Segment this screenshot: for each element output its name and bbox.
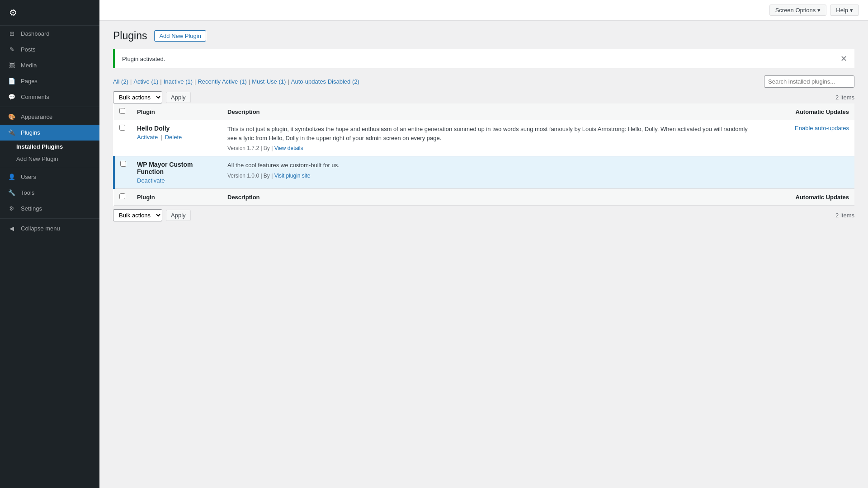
wp-logo-icon: ⚙ — [9, 7, 17, 18]
filter-all[interactable]: All (2) — [113, 78, 128, 85]
visit-plugin-site-wp-mayor-link[interactable]: Visit plugin site — [274, 173, 311, 179]
td-auto-updates-wp-mayor — [764, 156, 854, 189]
posts-icon: ✎ — [7, 46, 16, 53]
add-new-plugin-button[interactable]: Add New Plugin — [154, 30, 206, 42]
plugin-activated-notice: Plugin activated. ✕ — [113, 49, 854, 68]
plugin-actions-wp-mayor: Deactivate — [137, 177, 217, 184]
sidebar-sub-add-new-plugin[interactable]: Add New Plugin — [16, 153, 99, 165]
td-checkbox-wp-mayor — [114, 156, 132, 189]
sidebar-item-posts[interactable]: ✎ Posts — [0, 42, 99, 57]
content-area: Plugins Add New Plugin Plugin activated.… — [99, 21, 868, 488]
apply-button-top[interactable]: Apply — [166, 92, 191, 103]
sidebar-item-comments[interactable]: 💬 Comments — [0, 89, 99, 105]
bulk-actions-select-top[interactable]: Bulk actions — [113, 91, 162, 103]
sidebar-item-pages[interactable]: 📄 Pages — [0, 73, 99, 89]
th-footer-auto-updates: Automatic Updates — [764, 189, 854, 206]
toolbar-top: Bulk actions Apply 2 items — [113, 91, 854, 103]
filter-sep-2: | — [160, 78, 161, 85]
dashboard-icon: ⊞ — [7, 30, 16, 37]
search-plugins-input[interactable] — [764, 75, 854, 88]
plugin-desc-hello-dolly: This is not just a plugin, it symbolizes… — [227, 125, 759, 142]
sidebar-item-plugins[interactable]: 🔌 Plugins — [0, 125, 99, 141]
sidebar-sub-installed-plugins[interactable]: Installed Plugins — [16, 141, 99, 153]
sidebar-item-label: Appearance — [21, 113, 52, 120]
main-area: Screen Options ▾ Help ▾ Plugins Add New … — [99, 0, 868, 488]
delete-hello-dolly-link[interactable]: Delete — [165, 134, 182, 141]
deactivate-wp-mayor-link[interactable]: Deactivate — [137, 177, 165, 184]
comments-icon: 💬 — [7, 94, 16, 100]
collapse-icon: ◀ — [7, 225, 16, 232]
table-header-row: Plugin Description Automatic Updates — [114, 103, 854, 120]
sidebar-item-tools[interactable]: 🔧 Tools — [0, 185, 99, 201]
filter-inactive[interactable]: Inactive (1) — [164, 78, 193, 85]
users-icon: 👤 — [7, 174, 16, 180]
filter-sep-4: | — [249, 78, 250, 85]
notice-text: Plugin activated. — [122, 56, 165, 62]
plugins-table: Plugin Description Automatic Updates Hel… — [113, 103, 854, 206]
filter-sep-5: | — [288, 78, 289, 85]
select-all-checkbox[interactable] — [119, 108, 125, 114]
screen-options-button[interactable]: Screen Options ▾ — [769, 5, 827, 16]
bulk-actions-select-bottom[interactable]: Bulk actions — [113, 209, 162, 221]
sidebar-item-appearance[interactable]: 🎨 Appearance — [0, 109, 99, 125]
filter-nav: All (2) | Active (1) | Inactive (1) | — [113, 75, 854, 88]
td-plugin-wp-mayor: WP Mayor Custom Function Deactivate — [132, 156, 222, 189]
sidebar-item-collapse[interactable]: ◀ Collapse menu — [0, 221, 99, 236]
plugin-name-hello-dolly: Hello Dolly — [137, 125, 217, 132]
screen-options-label: Screen Options — [775, 7, 816, 14]
sidebar-item-dashboard[interactable]: ⊞ Dashboard — [0, 26, 99, 42]
notice-close-button[interactable]: ✕ — [840, 55, 847, 63]
th-checkbox — [114, 103, 132, 120]
sidebar: ⚙ ⊞ Dashboard ✎ Posts 🖼 Media 📄 Pages 💬 … — [0, 0, 99, 488]
sidebar-item-media[interactable]: 🖼 Media — [0, 57, 99, 73]
plugin-desc-wp-mayor: All the cool features we custom-built fo… — [227, 161, 759, 170]
filter-must-use[interactable]: Must-Use (1) — [252, 78, 286, 85]
filter-active[interactable]: Active (1) — [133, 78, 158, 85]
enable-auto-updates-hello-dolly-link[interactable]: Enable auto-updates — [795, 125, 849, 131]
page-header: Plugins Add New Plugin — [113, 30, 854, 42]
th-plugin: Plugin — [132, 103, 222, 120]
sidebar-item-label: Comments — [21, 94, 49, 100]
td-auto-updates-hello-dolly: Enable auto-updates — [764, 120, 854, 156]
apply-button-bottom[interactable]: Apply — [166, 210, 191, 221]
filter-auto-updates-disabled[interactable]: Auto-updates Disabled (2) — [291, 78, 359, 85]
topbar: Screen Options ▾ Help ▾ — [99, 0, 868, 21]
help-label: Help — [836, 7, 848, 14]
sidebar-item-label: Posts — [21, 46, 36, 53]
media-icon: 🖼 — [7, 62, 16, 69]
pages-icon: 📄 — [7, 78, 16, 84]
sidebar-divider-2 — [0, 167, 99, 167]
plugin-meta-hello-dolly: Version 1.7.2 | By | View details — [227, 145, 759, 151]
plugin-checkbox-wp-mayor[interactable] — [120, 161, 126, 167]
page-title: Plugins — [113, 30, 147, 42]
sidebar-item-settings[interactable]: ⚙ Settings — [0, 201, 99, 216]
sidebar-plugins-submenu: Installed Plugins Add New Plugin — [0, 141, 99, 165]
th-footer-plugin: Plugin — [132, 189, 222, 206]
select-all-bottom-checkbox[interactable] — [119, 193, 125, 199]
sidebar-item-label: Plugins — [21, 129, 40, 136]
sidebar-item-label: Pages — [21, 78, 38, 84]
items-count-bottom: 2 items — [835, 212, 854, 219]
items-count-top: 2 items — [835, 94, 854, 101]
table-footer-header-row: Plugin Description Automatic Updates — [114, 189, 854, 206]
plugin-checkbox-hello-dolly[interactable] — [119, 125, 125, 131]
table-row: Hello Dolly Activate | Delete This is no… — [114, 120, 854, 156]
th-footer-checkbox — [114, 189, 132, 206]
td-description-hello-dolly: This is not just a plugin, it symbolizes… — [222, 120, 764, 156]
td-checkbox-hello-dolly — [114, 120, 132, 156]
toolbar-top-left: Bulk actions Apply — [113, 91, 191, 103]
filter-links: All (2) | Active (1) | Inactive (1) | — [113, 78, 359, 85]
activate-hello-dolly-link[interactable]: Activate — [137, 134, 158, 141]
filter-sep-3: | — [194, 78, 196, 85]
sidebar-divider-3 — [0, 218, 99, 219]
help-button[interactable]: Help ▾ — [830, 5, 859, 16]
plugin-meta-wp-mayor: Version 1.0.0 | By | Visit plugin site — [227, 173, 759, 179]
view-details-hello-dolly-link[interactable]: View details — [274, 145, 303, 151]
action-sep-hello-dolly: | — [160, 134, 162, 141]
filter-recently-active[interactable]: Recently Active (1) — [198, 78, 246, 85]
sidebar-item-users[interactable]: 👤 Users — [0, 169, 99, 185]
td-description-wp-mayor: All the cool features we custom-built fo… — [222, 156, 764, 189]
settings-icon: ⚙ — [7, 205, 16, 212]
sidebar-item-label: Tools — [21, 189, 34, 196]
appearance-icon: 🎨 — [7, 113, 16, 120]
